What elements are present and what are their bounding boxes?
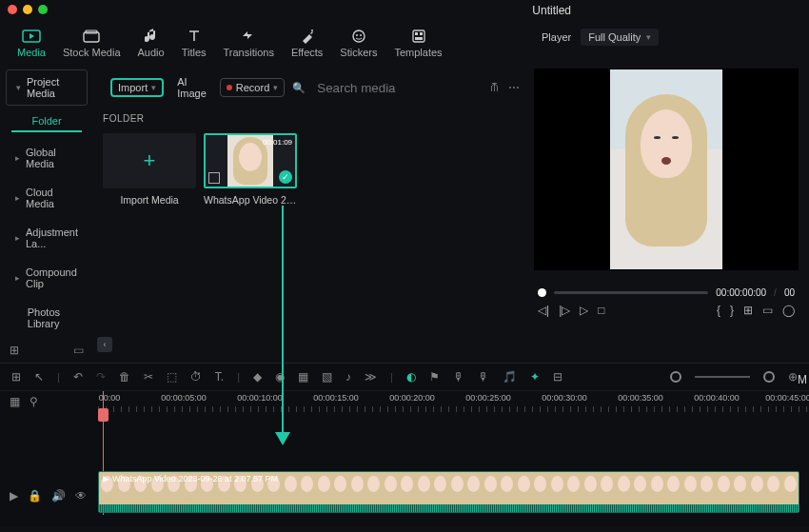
collapse-sidebar-icon[interactable]: ‹	[97, 337, 112, 352]
sidebar-item-label: Adjustment La...	[26, 227, 78, 249]
scrub-handle[interactable]	[538, 288, 546, 297]
tab-label: Media	[17, 47, 46, 58]
zoom-in-icon[interactable]	[763, 371, 775, 383]
panel-header: FOLDER	[103, 108, 529, 133]
mask-icon[interactable]: ▧	[322, 370, 332, 384]
music-icon[interactable]: 🎵	[503, 370, 517, 384]
check-icon: ✓	[279, 170, 292, 184]
filter-icon[interactable]: ⫚	[489, 81, 501, 94]
tab-stock-media[interactable]: Stock Media	[63, 29, 121, 58]
skip-icon[interactable]: ≫	[365, 370, 377, 384]
snapshot-icon[interactable]: ◯	[782, 304, 795, 317]
more-icon[interactable]: ⋯	[508, 81, 520, 94]
svg-point-5	[356, 34, 358, 36]
audio-icon	[142, 29, 161, 44]
voice-icon[interactable]: 🎙	[453, 370, 464, 384]
prev-frame-icon[interactable]: ◁|	[538, 304, 549, 317]
sidebar-item-adjustment-layer[interactable]: ▸Adjustment La...	[6, 218, 88, 258]
close-window-icon[interactable]	[8, 5, 17, 14]
cut-icon[interactable]: ✂	[144, 370, 153, 384]
tab-label: Stock Media	[63, 47, 121, 58]
audio-waveform	[99, 504, 799, 512]
ruler-mark: 00:00:45:00	[765, 393, 809, 403]
import-media-tile[interactable]: + Import Media	[103, 133, 196, 206]
speed-icon[interactable]: ⏱	[190, 370, 202, 384]
record-button[interactable]: Record ▾	[220, 78, 285, 97]
sidebar-item-label: Compound Clip	[26, 266, 78, 289]
chevron-down-icon: ▾	[646, 32, 651, 42]
timeline-clip[interactable]: ▶WhatsApp Video 2023-09-28 at 2.07.57 PM	[98, 471, 799, 513]
fit-icon[interactable]: ⊕	[788, 370, 798, 384]
video-preview[interactable]	[534, 69, 799, 270]
scrub-track[interactable]	[554, 291, 708, 294]
tab-effects[interactable]: Effects	[291, 29, 323, 58]
tab-media[interactable]: Media	[17, 29, 46, 58]
tile-caption: WhatsApp Video 202…	[204, 194, 297, 206]
lock-icon[interactable]: 🔒	[28, 489, 42, 502]
media-clip-tile[interactable]: 00:01:09 ✓ WhatsApp Video 202…	[204, 133, 297, 206]
delete-icon[interactable]: 🗑	[119, 370, 130, 384]
play-icon[interactable]: ▷	[580, 304, 588, 317]
chevron-right-icon: ▸	[15, 273, 20, 283]
bracket-in-icon[interactable]: {	[717, 304, 720, 317]
folder-icon[interactable]: ▭	[73, 344, 84, 357]
sidebar-item-cloud-media[interactable]: ▸Cloud Media	[6, 178, 88, 218]
voice2-icon[interactable]: 🎙	[478, 370, 489, 384]
visibility-icon[interactable]: 👁	[75, 489, 87, 502]
quality-select[interactable]: Full Quality ▾	[581, 29, 659, 46]
compare-icon[interactable]: ▭	[762, 304, 773, 317]
folder-tab[interactable]: Folder	[11, 111, 82, 132]
track-header-icon[interactable]: ▦	[10, 395, 20, 408]
tab-label: Audio	[138, 47, 165, 58]
play-back-icon[interactable]: |▷	[559, 304, 570, 317]
stickers-icon	[349, 29, 368, 44]
import-label: Import	[118, 82, 148, 93]
redo-icon[interactable]: ↷	[96, 370, 106, 384]
sidebar-item-label: Cloud Media	[26, 187, 78, 209]
tool-grid-icon[interactable]: ⊞	[11, 370, 21, 384]
keyframe-icon[interactable]: ◆	[253, 370, 262, 384]
tool-pointer-icon[interactable]: ↖	[34, 370, 44, 384]
tab-transitions[interactable]: Transitions	[224, 29, 274, 58]
tab-stickers[interactable]: Stickers	[340, 29, 377, 58]
window-controls[interactable]	[0, 0, 55, 23]
crop-icon[interactable]: ⬚	[167, 370, 177, 384]
record-label: Record	[236, 82, 269, 93]
color-icon[interactable]: ▦	[298, 370, 308, 384]
svg-rect-9	[420, 32, 423, 35]
ai-image-button[interactable]: AI Image	[171, 73, 212, 102]
sidebar-item-photos-library[interactable]: Photos Library	[6, 298, 88, 338]
tab-templates[interactable]: Templates	[394, 29, 442, 58]
svg-rect-7	[413, 30, 424, 42]
zoom-slider[interactable]	[695, 376, 750, 378]
audio-icon[interactable]: ♪	[345, 370, 351, 384]
project-media-button[interactable]: ▾ Project Media	[6, 69, 88, 106]
tab-label: Stickers	[340, 47, 377, 58]
grid-icon[interactable]: ⊞	[743, 304, 753, 317]
templates-icon	[409, 29, 428, 44]
mute-icon[interactable]: 🔊	[51, 489, 66, 502]
minimize-window-icon[interactable]	[23, 5, 32, 14]
search-input[interactable]	[313, 79, 482, 97]
total-time: 00	[784, 287, 795, 298]
maximize-window-icon[interactable]	[38, 5, 48, 14]
tab-titles[interactable]: Titles	[182, 29, 207, 58]
ai-tool-icon[interactable]: ◐	[406, 370, 416, 384]
new-folder-icon[interactable]: ⊞	[10, 344, 19, 357]
video-track-icon[interactable]: ▶	[10, 489, 18, 502]
magnet-icon[interactable]: ⚲	[30, 395, 38, 408]
marker-icon[interactable]: ⚑	[429, 370, 440, 384]
text-icon[interactable]: T.	[215, 370, 224, 384]
undo-icon[interactable]: ↶	[73, 370, 83, 384]
ruler-mark: 00:00:05:00	[161, 393, 207, 403]
timeline-ruler[interactable]: 00:00 00:00:05:00 00:00:10:00 00:00:15:0…	[98, 391, 809, 412]
sidebar-item-global-media[interactable]: ▸Global Media	[6, 138, 88, 178]
enhance-icon[interactable]: ✦	[530, 370, 540, 384]
bracket-out-icon[interactable]: }	[730, 304, 734, 317]
import-button[interactable]: Import ▾	[110, 78, 164, 97]
tab-audio[interactable]: Audio	[138, 29, 165, 58]
zoom-out-icon[interactable]	[670, 371, 681, 383]
sidebar-item-compound-clip[interactable]: ▸Compound Clip	[6, 258, 88, 298]
mixer-icon[interactable]: ⊟	[553, 370, 562, 384]
stop-icon[interactable]: □	[598, 304, 604, 317]
